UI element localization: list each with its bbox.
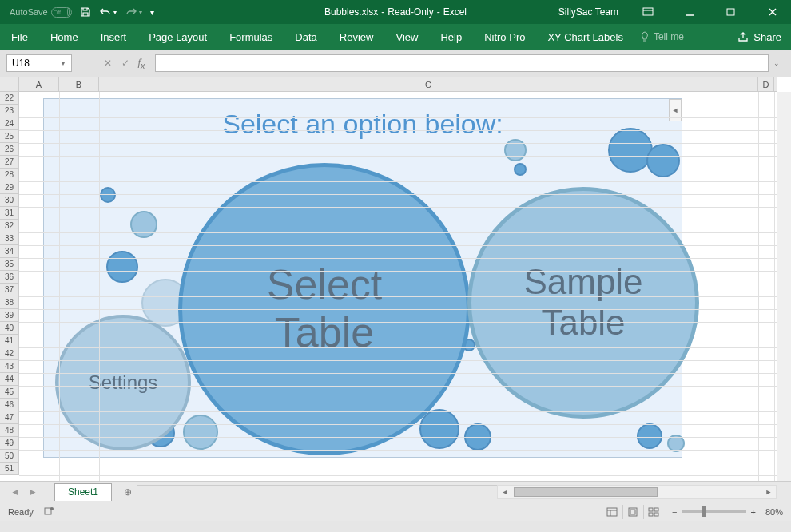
minimize-icon[interactable] <box>671 0 708 24</box>
row-header[interactable]: 32 <box>0 220 18 232</box>
enter-icon[interactable]: ✓ <box>117 54 134 72</box>
tab-review[interactable]: Review <box>328 24 385 50</box>
row-header[interactable]: 38 <box>0 296 18 309</box>
worksheet-grid[interactable]: ABCD 22232425262728293031323334353637383… <box>0 77 791 481</box>
tab-insert[interactable]: Insert <box>89 24 138 50</box>
row-header[interactable]: 36 <box>0 271 18 284</box>
new-sheet-button[interactable]: ⊕ <box>118 482 137 502</box>
column-header[interactable]: A <box>19 77 59 91</box>
row-header[interactable]: 33 <box>0 232 18 245</box>
chevron-left-icon[interactable]: ◄ <box>10 486 20 498</box>
row-header[interactable]: 43 <box>0 360 18 373</box>
tab-data[interactable]: Data <box>284 24 328 50</box>
autosave-toggle[interactable]: AutoSave Off <box>10 7 72 18</box>
svg-rect-3 <box>727 9 734 15</box>
name-box[interactable]: U18▼ <box>6 54 72 72</box>
row-header[interactable]: 50 <box>0 450 18 463</box>
row-header[interactable]: 42 <box>0 347 18 360</box>
tab-xy-chart-labels[interactable]: XY Chart Labels <box>536 24 634 50</box>
scroll-right-icon[interactable]: ► <box>761 486 776 498</box>
row-header[interactable]: 48 <box>0 424 18 437</box>
embedded-chart[interactable]: ◄ Select an option below: Settings Selec… <box>43 98 682 458</box>
user-name[interactable]: SillySac Team <box>558 6 618 18</box>
tab-home[interactable]: Home <box>39 24 89 50</box>
row-header[interactable]: 35 <box>0 258 18 271</box>
row-header[interactable]: 23 <box>0 105 18 117</box>
decorative-bubble <box>514 163 527 176</box>
qat-customize-icon[interactable]: ▾ <box>150 8 154 17</box>
scroll-left-icon[interactable]: ◄ <box>498 486 512 498</box>
svg-rect-4 <box>45 508 51 514</box>
redo-icon[interactable]: ▾ <box>125 6 142 18</box>
row-header[interactable]: 46 <box>0 399 18 411</box>
normal-view-icon[interactable] <box>602 505 621 519</box>
row-header[interactable]: 26 <box>0 143 18 156</box>
row-header[interactable]: 44 <box>0 373 18 386</box>
close-icon[interactable] <box>754 0 791 24</box>
row-header[interactable]: 25 <box>0 130 18 143</box>
row-header[interactable]: 47 <box>0 411 18 424</box>
row-header[interactable]: 22 <box>0 92 18 105</box>
svg-rect-12 <box>654 508 658 511</box>
row-header[interactable]: 51 <box>0 463 18 475</box>
zoom-slider[interactable] <box>682 510 746 513</box>
row-header[interactable]: 31 <box>0 207 18 220</box>
tab-help[interactable]: Help <box>429 24 473 50</box>
row-header[interactable]: 40 <box>0 322 18 335</box>
chevron-down-icon[interactable]: ▼ <box>60 60 66 67</box>
tab-view[interactable]: View <box>384 24 429 50</box>
page-layout-view-icon[interactable] <box>622 505 642 519</box>
macro-record-icon[interactable] <box>43 506 54 518</box>
lightbulb-icon <box>639 31 650 42</box>
column-header[interactable]: C <box>99 77 758 91</box>
zoom-in-icon[interactable]: + <box>751 507 756 517</box>
select-all-corner[interactable] <box>0 77 19 92</box>
row-header[interactable]: 49 <box>0 437 18 450</box>
svg-rect-6 <box>607 508 617 516</box>
ribbon-display-icon[interactable] <box>630 0 666 24</box>
fx-icon[interactable]: fx <box>134 54 152 72</box>
row-header[interactable]: 37 <box>0 284 18 296</box>
sheet-nav[interactable]: ◄► <box>0 486 48 498</box>
decorative-bubble <box>130 211 157 238</box>
column-header[interactable]: B <box>59 77 99 91</box>
expand-formula-icon[interactable]: ⌄ <box>769 59 785 67</box>
svg-rect-14 <box>654 513 658 516</box>
row-header[interactable]: 41 <box>0 335 18 347</box>
row-header[interactable]: 30 <box>0 194 18 207</box>
svg-point-5 <box>50 507 54 510</box>
save-icon[interactable] <box>80 6 91 18</box>
tab-file[interactable]: File <box>0 24 39 50</box>
cancel-icon[interactable]: ✕ <box>99 54 117 72</box>
tell-me-search[interactable]: Tell me <box>639 24 684 50</box>
formula-bar[interactable] <box>155 54 769 72</box>
scrollbar-thumb[interactable] <box>514 487 658 497</box>
row-header[interactable]: 34 <box>0 245 18 258</box>
sample-table-bubble[interactable]: Sample Table <box>467 187 699 419</box>
zoom-out-icon[interactable]: − <box>672 507 677 517</box>
share-icon <box>737 31 749 42</box>
tab-nitro-pro[interactable]: Nitro Pro <box>473 24 536 50</box>
tab-formulas[interactable]: Formulas <box>218 24 284 50</box>
zoom-level[interactable]: 80% <box>765 507 783 517</box>
horizontal-scrollbar[interactable]: ◄ ► <box>497 485 777 499</box>
column-header[interactable]: D <box>758 77 774 91</box>
row-header[interactable]: 24 <box>0 117 18 130</box>
decorative-bubble <box>608 128 653 173</box>
chevron-right-icon[interactable]: ► <box>28 486 38 498</box>
row-header[interactable]: 39 <box>0 309 18 322</box>
tab-page-layout[interactable]: Page Layout <box>137 24 218 50</box>
sheet-tab-1[interactable]: Sheet1 <box>54 483 112 501</box>
page-break-view-icon[interactable] <box>643 505 662 519</box>
decorative-bubble <box>419 409 459 449</box>
undo-icon[interactable]: ▾ <box>99 6 117 18</box>
decorative-bubble <box>183 415 218 450</box>
row-header[interactable]: 28 <box>0 169 18 181</box>
status-text: Ready <box>8 507 34 517</box>
maximize-icon[interactable] <box>713 0 749 24</box>
row-header[interactable]: 27 <box>0 156 18 169</box>
vertical-scrollbar[interactable] <box>777 92 791 481</box>
row-header[interactable]: 29 <box>0 181 18 194</box>
row-header[interactable]: 45 <box>0 386 18 399</box>
share-button[interactable]: Share <box>728 24 791 50</box>
